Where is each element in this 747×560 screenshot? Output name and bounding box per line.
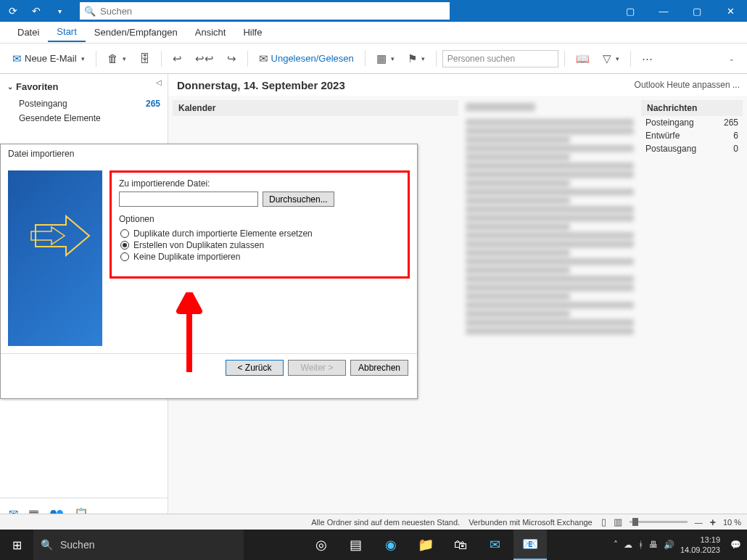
dialog-title: Datei importieren xyxy=(1,144,417,163)
more-button[interactable]: ⋯ xyxy=(637,49,658,69)
search-icon: 🔍 xyxy=(80,6,100,17)
taskbar-search[interactable]: 🔍 Suchen xyxy=(33,530,244,560)
radio-label: Duplikate durch importierte Elemente ers… xyxy=(133,228,313,239)
explorer-icon[interactable]: 📁 xyxy=(409,530,442,560)
archive-button[interactable]: 🗄 xyxy=(134,49,155,69)
sidebar-item-sent[interactable]: Gesendete Elemente xyxy=(0,111,168,125)
reply-all-icon: ↩↩ xyxy=(195,52,214,65)
file-label: Zu importierende Datei: xyxy=(119,178,400,189)
blurred-content xyxy=(466,284,634,292)
dialog-button-row: < Zurück Weiter > Abbrechen xyxy=(1,353,417,382)
mail-app-icon[interactable]: ✉ xyxy=(479,530,512,560)
store-icon[interactable]: 🛍 xyxy=(444,530,477,560)
flag-button[interactable]: ⚑▾ xyxy=(403,49,430,69)
delete-button[interactable]: 🗑▾ xyxy=(102,49,131,69)
undo-icon[interactable]: ↶ xyxy=(28,2,45,20)
radio-label: Keine Duplikate importieren xyxy=(133,252,240,262)
browse-button[interactable]: Durchsuchen... xyxy=(263,192,334,207)
back-button[interactable]: < Zurück xyxy=(226,360,284,376)
ribbon-display-icon[interactable]: ▢ xyxy=(614,0,647,22)
radio-icon xyxy=(120,229,129,238)
next-button[interactable]: Weiter > xyxy=(288,360,346,376)
ribbon-expand-button[interactable]: ⌄ xyxy=(722,49,740,69)
menu-datei[interactable]: Datei xyxy=(9,23,48,42)
msg-label: Postausgang xyxy=(645,144,696,154)
calendar-header: Kalender xyxy=(173,100,458,116)
tray-bluetooth-icon[interactable]: ᚼ xyxy=(638,540,643,550)
sidebar-item-label: Gesendete Elemente xyxy=(19,113,101,123)
msg-row-posteingang[interactable]: Posteingang 265 xyxy=(641,116,743,129)
forward-button[interactable]: ↪ xyxy=(222,49,242,69)
blurred-content xyxy=(466,293,570,300)
msg-row-postausgang[interactable]: Postausgang 0 xyxy=(641,142,743,155)
msg-row-entwuerfe[interactable]: Entwürfe 6 xyxy=(641,129,743,142)
tray-chevron-icon[interactable]: ˄ xyxy=(614,540,618,550)
separator xyxy=(96,51,96,67)
reply-all-button[interactable]: ↩↩ xyxy=(190,49,219,69)
taskbar-app-icon[interactable]: ▤ xyxy=(339,530,373,560)
global-search-input[interactable] xyxy=(100,6,450,17)
clock-date: 14.09.2023 xyxy=(680,545,720,555)
radio-icon xyxy=(120,252,129,261)
unread-read-button[interactable]: ✉ Ungelesen/Gelesen xyxy=(254,49,359,69)
tray-volume-icon[interactable]: 🔊 xyxy=(664,540,674,550)
minimize-button[interactable]: — xyxy=(647,0,680,22)
view-reading-icon[interactable]: ▥ xyxy=(614,516,622,527)
edge-icon[interactable]: ◉ xyxy=(374,530,408,560)
chevron-down-icon: ▾ xyxy=(616,55,619,62)
chevron-down-icon: ▾ xyxy=(123,55,126,62)
search-people-input[interactable]: Personen suchen xyxy=(442,50,558,67)
categorize-button[interactable]: ▦▾ xyxy=(371,49,400,69)
msg-count: 0 xyxy=(733,144,738,154)
tray-cloud-icon[interactable]: ☁ xyxy=(624,540,632,550)
file-path-input[interactable] xyxy=(119,192,258,207)
new-mail-button[interactable]: ✉ Neue E-Mail ▾ xyxy=(7,49,90,69)
reply-icon: ↩ xyxy=(173,52,182,65)
system-tray: ˄ ☁ ᚼ 🖶 🔊 13:19 14.09.2023 💬 xyxy=(608,535,747,555)
taskbar-clock[interactable]: 13:19 14.09.2023 xyxy=(680,535,725,555)
status-bar: Alle Ordner sind auf dem neuesten Stand.… xyxy=(0,514,747,530)
wizard-graphic xyxy=(8,170,102,346)
book-icon: 📖 xyxy=(576,52,590,65)
task-view-icon[interactable]: ◎ xyxy=(305,530,338,560)
msg-count: 265 xyxy=(724,118,738,128)
view-normal-icon[interactable]: ▯ xyxy=(601,516,606,527)
qat-dropdown-icon[interactable]: ▾ xyxy=(51,2,68,20)
today-header: Donnerstag, 14. September 2023 Outlook H… xyxy=(168,74,747,96)
addressbook-button[interactable]: 📖 xyxy=(571,49,595,69)
separator xyxy=(436,51,437,67)
radio-allow-duplicates[interactable]: Erstellen von Duplikaten zulassen xyxy=(120,240,400,250)
maximize-button[interactable]: ▢ xyxy=(680,0,714,22)
radio-no-duplicates[interactable]: Keine Duplikate importieren xyxy=(120,252,400,262)
filter-button[interactable]: ▽▾ xyxy=(598,49,624,69)
menu-start[interactable]: Start xyxy=(48,23,85,42)
favorites-header[interactable]: ⌄ Favoriten xyxy=(0,77,168,96)
radio-icon xyxy=(120,241,129,250)
cancel-button[interactable]: Abbrechen xyxy=(350,360,408,376)
zoom-slider[interactable] xyxy=(630,521,688,523)
sync-icon[interactable]: ⟳ xyxy=(4,2,22,20)
taskbar-search-placeholder: Suchen xyxy=(60,539,94,551)
sidebar-collapse-icon[interactable]: ◁ xyxy=(153,77,165,88)
mail-icon: ✉ xyxy=(12,52,22,65)
blurred-content xyxy=(466,145,634,152)
reply-button[interactable]: ↩ xyxy=(168,49,187,69)
highlighted-region: Zu importierende Datei: Durchsuchen... O… xyxy=(110,170,410,279)
menu-hilfe[interactable]: Hilfe xyxy=(234,23,271,42)
outlook-icon[interactable]: 📧 xyxy=(513,530,547,560)
notifications-icon[interactable]: 💬 xyxy=(730,540,741,550)
blurred-content xyxy=(466,154,570,161)
menu-ansicht[interactable]: Ansicht xyxy=(186,23,235,42)
chevron-down-icon: ▾ xyxy=(391,55,395,62)
tray-printer-icon[interactable]: 🖶 xyxy=(649,540,658,550)
menu-senden[interactable]: Senden/Empfangen xyxy=(86,23,186,42)
start-button[interactable]: ⊞ xyxy=(0,538,33,552)
sidebar-item-posteingang[interactable]: Posteingang 265 xyxy=(0,96,168,111)
blurred-content xyxy=(466,250,570,257)
customize-today-link[interactable]: Outlook Heute anpassen ... xyxy=(635,80,747,90)
close-button[interactable]: ✕ xyxy=(714,0,747,22)
blurred-content xyxy=(466,162,634,170)
radio-replace-duplicates[interactable]: Duplikate durch importierte Elemente ers… xyxy=(120,228,400,239)
global-search[interactable]: 🔍 xyxy=(80,2,450,20)
blurred-content xyxy=(466,232,634,239)
